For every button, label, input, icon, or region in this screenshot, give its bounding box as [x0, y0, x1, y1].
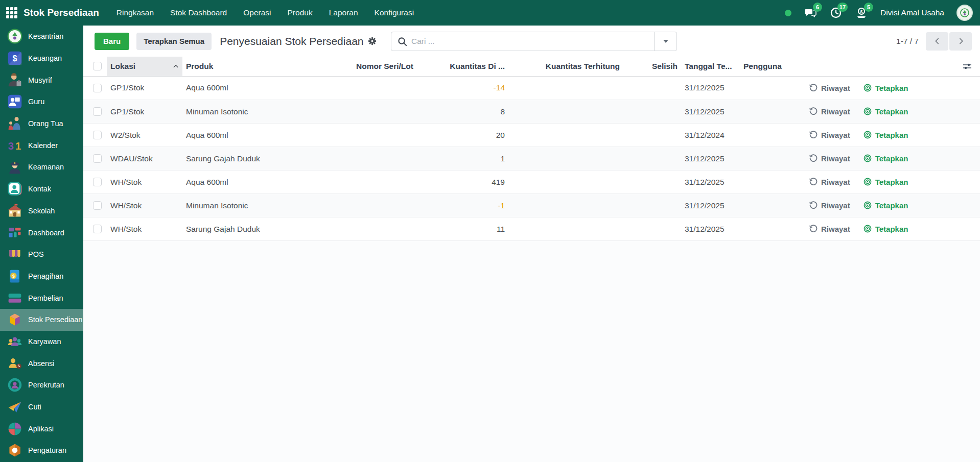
money-icon[interactable]: $ 5	[855, 6, 868, 19]
apply-button[interactable]: Tetapkan	[864, 154, 908, 163]
sidebar-item-absensi[interactable]: Absensi	[0, 352, 83, 374]
sidebar-item-keuangan[interactable]: $ Keuangan	[0, 47, 83, 69]
table-row[interactable]: GP1/Stok Aqua 600ml -14 31/12/2025 Riway…	[83, 76, 980, 100]
sidebar-item-dashboard[interactable]: Dashboard	[0, 222, 83, 244]
pager: 1-7 / 7	[896, 32, 980, 51]
cell-tanggal: 31/12/2025	[681, 100, 740, 124]
table-row[interactable]: WDAU/Stok Sarung Gajah Duduk 1 31/12/202…	[83, 147, 980, 171]
history-button[interactable]: Riwayat	[809, 84, 850, 92]
activity-clock-icon[interactable]: 17	[829, 6, 843, 19]
user-avatar[interactable]	[956, 5, 973, 21]
sidebar-item-keamanan[interactable]: Keamanan	[0, 156, 83, 178]
apply-button[interactable]: Tetapkan	[864, 178, 908, 186]
sidebar-item-label: Keuangan	[28, 54, 62, 62]
table-row[interactable]: GP1/Stok Minuman Isotonic 8 31/12/2025 R…	[83, 100, 980, 124]
table-row[interactable]: WH/Stok Minuman Isotonic -1 31/12/2025 R…	[83, 194, 980, 217]
column-header-pengguna[interactable]: Pengguna	[740, 57, 783, 76]
sidebar-item-cuti[interactable]: Cuti	[0, 396, 83, 418]
history-icon	[809, 84, 818, 92]
history-button[interactable]: Riwayat	[809, 178, 850, 186]
navbar-menu-ringkasan[interactable]: Ringkasan	[116, 8, 154, 17]
column-header-kuantitas-terhitung[interactable]: Kuantitas Terhitung	[508, 57, 623, 76]
sort-asc-icon	[173, 63, 179, 69]
sidebar-item-kalender[interactable]: 31 Kalender	[0, 134, 83, 156]
new-button[interactable]: Baru	[95, 33, 129, 50]
sidebar-item-karyawan[interactable]: Karyawan	[0, 331, 83, 353]
cell-kuantitas-di: -1	[419, 194, 508, 217]
row-checkbox[interactable]	[93, 107, 102, 116]
sidebar-item-label: Musyrif	[28, 76, 52, 84]
pager-range: 1-7 / 7	[896, 37, 919, 46]
search-bar	[391, 32, 677, 51]
sidebar-item-kesantrian[interactable]: Kesantrian	[0, 26, 83, 47]
row-checkbox[interactable]	[93, 131, 102, 139]
row-checkbox[interactable]	[93, 154, 102, 163]
karyawan-app-icon	[7, 333, 23, 350]
row-checkbox[interactable]	[93, 84, 102, 92]
sidebar-item-label: Absensi	[28, 359, 55, 368]
app-title[interactable]: Stok Persediaan	[24, 7, 99, 18]
column-header-tanggal[interactable]: Tanggal Te...	[681, 57, 740, 76]
sidebar-item-aplikasi[interactable]: Aplikasi	[0, 418, 83, 440]
pager-previous-button[interactable]	[926, 32, 948, 51]
sidebar-item-musyrif[interactable]: Musyrif	[0, 69, 83, 91]
cell-produk: Sarung Gajah Duduk	[182, 217, 353, 241]
history-button[interactable]: Riwayat	[809, 107, 850, 116]
cell-kuantitas-terhitung	[508, 171, 623, 194]
sidebar-item-penagihan[interactable]: $ Penagihan	[0, 265, 83, 287]
column-header-produk[interactable]: Produk	[182, 57, 353, 76]
select-all-checkbox[interactable]	[93, 62, 102, 70]
cell-kuantitas-terhitung	[508, 124, 623, 147]
money-badge: 5	[864, 3, 873, 12]
messages-icon[interactable]: 6	[804, 6, 817, 19]
company-name[interactable]: Divisi Amal Usaha	[880, 8, 944, 17]
pager-next-button[interactable]	[949, 32, 972, 51]
optional-columns-icon[interactable]	[962, 61, 972, 71]
apply-button[interactable]: Tetapkan	[864, 225, 908, 233]
apply-button[interactable]: Tetapkan	[864, 84, 908, 92]
table-row[interactable]: WH/Stok Sarung Gajah Duduk 11 31/12/2025…	[83, 217, 980, 241]
navbar-menu-konfigurasi[interactable]: Konfigurasi	[375, 8, 414, 17]
apply-button[interactable]: Tetapkan	[864, 131, 908, 139]
sidebar-item-guru[interactable]: Guru	[0, 91, 83, 113]
apply-button[interactable]: Tetapkan	[864, 107, 908, 116]
table-row[interactable]: W2/Stok Aqua 600ml 20 31/12/2024 Riwayat	[83, 124, 980, 147]
history-button[interactable]: Riwayat	[809, 225, 850, 233]
history-button[interactable]: Riwayat	[809, 131, 850, 139]
apply-all-button[interactable]: Terapkan Semua	[136, 33, 212, 50]
column-header-nomor-seri[interactable]: Nomor Seri/Lot	[353, 57, 419, 76]
apply-button[interactable]: Tetapkan	[864, 201, 908, 210]
column-header-kuantitas-di[interactable]: Kuantitas Di ...	[419, 57, 508, 76]
row-checkbox[interactable]	[93, 178, 102, 186]
search-input[interactable]	[411, 37, 654, 46]
cell-pengguna	[740, 76, 783, 100]
sidebar-item-stok-persediaan[interactable]: Stok Persediaan	[0, 309, 83, 331]
sidebar-item-label: Penagihan	[28, 272, 63, 280]
top-navbar: Stok Persediaan RingkasanStok DashboardO…	[0, 0, 980, 26]
gear-icon[interactable]	[368, 37, 377, 45]
penagihan-app-icon: $	[7, 268, 23, 284]
history-button[interactable]: Riwayat	[809, 201, 850, 210]
row-checkbox[interactable]	[93, 201, 102, 210]
search-dropdown-toggle[interactable]	[654, 32, 676, 51]
sidebar-item-pengaturan[interactable]: Pengaturan	[0, 440, 83, 461]
navbar-menu-produk[interactable]: Produk	[288, 8, 313, 17]
cell-produk: Aqua 600ml	[182, 171, 353, 194]
table-row[interactable]: WH/Stok Aqua 600ml 419 31/12/2025 Riwaya…	[83, 171, 980, 194]
sidebar-item-pos[interactable]: POS	[0, 244, 83, 265]
sidebar-item-kontak[interactable]: Kontak	[0, 178, 83, 200]
sidebar-item-orang-tua[interactable]: Orang Tua	[0, 113, 83, 135]
column-header-lokasi[interactable]: Lokasi	[107, 57, 182, 76]
row-checkbox[interactable]	[93, 225, 102, 233]
cell-selisih	[623, 171, 681, 194]
navbar-menu-operasi[interactable]: Operasi	[243, 8, 271, 17]
history-button[interactable]: Riwayat	[809, 154, 850, 163]
sidebar-item-perekrutan[interactable]: Perekrutan	[0, 374, 83, 396]
apps-grid-icon[interactable]	[0, 0, 24, 26]
sidebar-item-label: Kesantrian	[28, 32, 63, 40]
navbar-menu-stok-dashboard[interactable]: Stok Dashboard	[170, 8, 227, 17]
sidebar-item-pembelian[interactable]: Pembelian	[0, 287, 83, 309]
column-header-selisih[interactable]: Selisih	[623, 57, 681, 76]
navbar-menu-laporan[interactable]: Laporan	[329, 8, 358, 17]
sidebar-item-sekolah[interactable]: Sekolah	[0, 200, 83, 222]
